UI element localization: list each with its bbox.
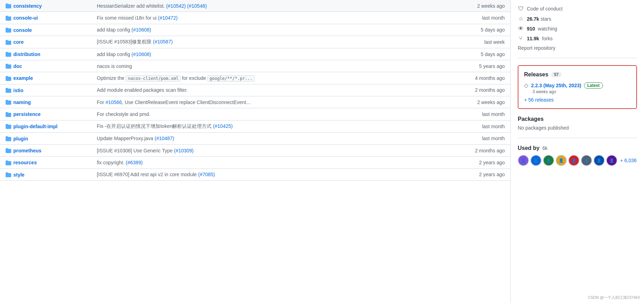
commit-cell: [ISSUE #10308] Use Generic Type (#10309) (91, 144, 461, 156)
table-row: exampleOptimize the nacos-client/pom.xml… (0, 72, 510, 84)
file-link[interactable]: resources (13, 160, 37, 166)
commit-link[interactable]: (#10546) (187, 3, 207, 9)
folder-icon (6, 15, 11, 21)
commit-link[interactable]: (#10425) (213, 123, 233, 129)
file-link[interactable]: plugin (13, 136, 28, 142)
file-name-cell: plugin (0, 132, 91, 144)
more-users-link[interactable]: + 6,036 (620, 158, 637, 163)
time-cell: last week (461, 36, 510, 48)
code-of-conduct-link[interactable]: Code of conduct (527, 6, 563, 12)
file-name-cell: resources (0, 157, 91, 168)
avatar-6[interactable]: 👤 (581, 155, 592, 166)
file-name-cell: style (0, 168, 91, 180)
release-item: ◇ 2.2.3 (May 25th, 2023) Latest 3 weeks … (524, 82, 631, 94)
file-link[interactable]: console (13, 27, 32, 33)
time-cell: 2 months ago (461, 84, 510, 96)
commit-link[interactable]: (#10309) (174, 148, 194, 153)
table-row: namingFor #10566, Use ClientReleaseEvent… (0, 96, 510, 108)
avatar-3[interactable]: 👤 (543, 155, 554, 166)
time-cell: last month (461, 120, 510, 132)
commit-link[interactable]: (#7085) (198, 172, 215, 177)
table-row: persistenceFor checkstyle and pmd. last … (0, 108, 510, 120)
commit-link[interactable]: (#10542) (166, 3, 186, 9)
folder-icon (6, 40, 11, 45)
file-name-cell: istio (0, 84, 91, 96)
time-cell: 2 weeks ago (461, 0, 510, 12)
file-link[interactable]: core (13, 40, 24, 45)
commit-cell: For #10566, Use ClientReleaseEvent repla… (91, 96, 461, 108)
forks-count: 11.9k (527, 36, 539, 41)
commit-link[interactable]: (#6389) (126, 160, 142, 165)
watching-item: 👁 910 watching (518, 26, 637, 32)
file-link[interactable]: console-ui (13, 15, 38, 21)
release-version-link[interactable]: 2.2.3 (May 25th, 2023) (531, 83, 581, 88)
eye-icon: 👁 (518, 26, 524, 32)
folder-icon (6, 124, 11, 129)
no-packages-text: No packages published (518, 125, 637, 131)
releases-count: 57 (551, 72, 561, 77)
forks-label: forks (542, 36, 552, 41)
avatar-2[interactable]: 👤 (530, 155, 542, 166)
file-link[interactable]: persistence (13, 112, 41, 117)
file-link[interactable]: istio (13, 88, 24, 93)
table-row: istioAdd module enabled packages scan fi… (0, 84, 510, 96)
code-of-conduct-item: 🛡 Code of conduct (518, 6, 637, 12)
file-name-cell: persistence (0, 108, 91, 120)
time-cell: 5 days ago (461, 48, 510, 60)
file-link[interactable]: naming (13, 99, 31, 105)
commit-cell: [ISSUE #6970] Add rest api v2 in core mo… (91, 168, 461, 180)
commit-cell: Fix some missed i18n for ui (#10472) (91, 12, 461, 24)
folder-icon (6, 112, 11, 117)
commit-link[interactable]: (#10472) (158, 15, 177, 21)
folder-icon (6, 172, 11, 178)
table-row: consistencyHessianSerializer add whiteli… (0, 0, 510, 12)
tag-icon: ◇ (524, 82, 528, 89)
file-name-cell: distribution (0, 48, 91, 60)
report-repository-link[interactable]: Report repository (518, 45, 555, 51)
file-link[interactable]: doc (13, 63, 22, 69)
file-link[interactable]: plugin-default-impl (13, 124, 58, 129)
avatar-1[interactable]: 👤 (518, 155, 529, 166)
file-name-cell: console-ui (0, 12, 91, 24)
shield-icon: 🛡 (518, 6, 524, 12)
table-row: plugin-default-implFix -在开启认证的情况下增加token… (0, 120, 510, 132)
time-cell: 5 years ago (461, 60, 510, 72)
used-by-title: Used by (518, 145, 539, 151)
commit-link[interactable]: (#10608) (132, 51, 151, 57)
forks-item: ⑂ 11.9k forks (518, 35, 637, 42)
file-name-cell: prometheus (0, 144, 91, 156)
releases-section: Releases 57 ◇ 2.2.3 (May 25th, 2023) Lat… (518, 65, 637, 109)
file-name-cell: core (0, 36, 91, 48)
packages-title: Packages (518, 116, 637, 122)
commit-cell: Optimize the nacos-client/pom.xml for ex… (91, 72, 461, 84)
file-link[interactable]: style (13, 172, 25, 178)
more-releases-link[interactable]: + 56 releases (524, 97, 554, 103)
folder-icon (6, 51, 11, 57)
fork-icon: ⑂ (518, 35, 524, 42)
commit-link[interactable]: (#10587) (153, 39, 173, 44)
file-name-cell: naming (0, 96, 91, 108)
file-name-cell: plugin-default-impl (0, 120, 91, 132)
folder-icon (6, 27, 11, 33)
file-link[interactable]: consistency (13, 3, 42, 9)
folder-icon (6, 160, 11, 166)
time-cell: 2 weeks ago (461, 96, 510, 108)
avatar-5[interactable]: 👤 (568, 155, 579, 166)
avatar-7[interactable]: 👤 (593, 155, 605, 166)
file-link[interactable]: distribution (13, 51, 40, 57)
file-name-cell: consistency (0, 0, 91, 12)
commit-link[interactable]: (#10608) (132, 27, 151, 33)
table-row: resourcesfix copyright. (#6389)2 years a… (0, 157, 510, 168)
commit-cell: add ldap config (#10608) (91, 48, 461, 60)
commit-cell: add ldap config (#10608) (91, 24, 461, 36)
file-link[interactable]: prometheus (13, 148, 41, 153)
avatar-4[interactable]: 👤 (556, 155, 567, 166)
avatar-8[interactable]: 👤 (606, 155, 617, 166)
commit-cell: nacos is coming (91, 60, 461, 72)
releases-title: Releases (524, 71, 548, 78)
folder-icon (6, 3, 11, 9)
watching-count: 910 (527, 26, 535, 32)
file-link[interactable]: example (13, 76, 33, 81)
table-row: console-uiFix some missed i18n for ui (#… (0, 12, 510, 24)
commit-link[interactable]: (#10487) (155, 136, 174, 141)
